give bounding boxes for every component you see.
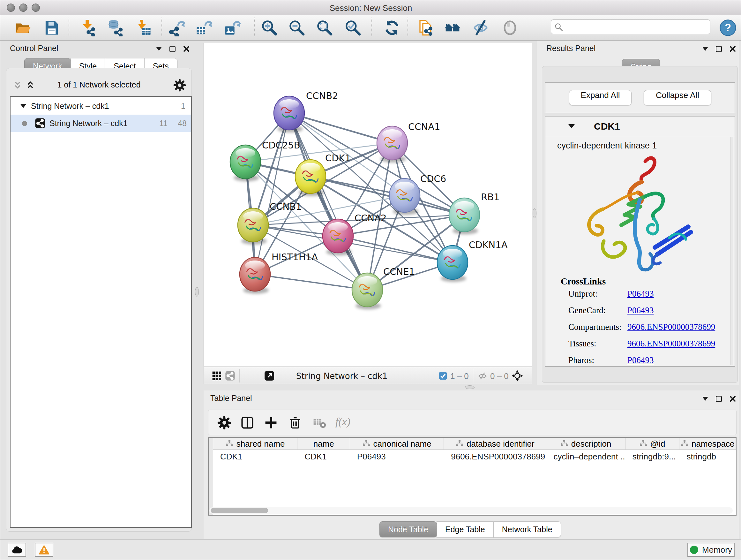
network-node-ccnb2[interactable] bbox=[274, 96, 305, 132]
table-horizontal-scrollbar[interactable] bbox=[209, 507, 733, 514]
crosslink-value-link[interactable]: P06493 bbox=[627, 289, 654, 299]
export-network-icon[interactable] bbox=[168, 19, 185, 37]
float-panel-icon[interactable] bbox=[716, 396, 722, 402]
table-cell[interactable]: stringdb bbox=[679, 450, 736, 463]
import-network-icon[interactable] bbox=[79, 19, 96, 37]
search-input[interactable] bbox=[565, 21, 705, 32]
network-view-canvas[interactable]: CCNB2CCNA1CDC25BCDK1CDC6RB1CCNB1CCNA2CDK… bbox=[204, 43, 532, 367]
crosslink-value-link[interactable]: 9606.ENSP00000378699 bbox=[627, 322, 715, 332]
close-panel-icon[interactable] bbox=[730, 46, 736, 52]
memory-button[interactable]: Memory bbox=[687, 543, 735, 557]
column-header-namespace[interactable]: namespace bbox=[679, 438, 736, 450]
network-edge[interactable] bbox=[289, 113, 392, 143]
network-node-ccne1[interactable] bbox=[352, 273, 383, 309]
network-node-ccna2[interactable] bbox=[323, 219, 353, 255]
network-edge[interactable] bbox=[255, 113, 289, 274]
help-button[interactable]: ? bbox=[719, 19, 737, 37]
vertical-splitter-handle[interactable] bbox=[195, 287, 199, 297]
home-icon[interactable] bbox=[444, 19, 461, 37]
network-edge[interactable] bbox=[338, 236, 453, 262]
column-header-description[interactable]: description bbox=[546, 438, 625, 450]
crosslink-value-link[interactable]: 9606.ENSP00000378699 bbox=[627, 339, 715, 349]
hide-panel-icon[interactable] bbox=[472, 19, 489, 37]
column-header-shared-name[interactable]: shared name bbox=[213, 438, 297, 450]
zoom-out-icon[interactable] bbox=[288, 19, 306, 37]
crosslink-value-link[interactable]: P06493 bbox=[627, 355, 654, 365]
crosslink-value-link[interactable]: P06493 bbox=[627, 306, 654, 315]
section-scrollbar[interactable] bbox=[730, 137, 733, 365]
search-box[interactable] bbox=[551, 19, 711, 34]
import-table-icon[interactable] bbox=[134, 19, 151, 37]
network-options-gear-icon[interactable] bbox=[173, 79, 186, 93]
network-node-cdkn1a[interactable] bbox=[437, 246, 468, 282]
network-node-rb1[interactable] bbox=[449, 198, 480, 234]
network-column-icon bbox=[560, 439, 568, 449]
refresh-icon[interactable] bbox=[383, 19, 401, 37]
scrollbar-thumb[interactable] bbox=[211, 508, 268, 513]
add-column-icon[interactable] bbox=[264, 416, 278, 430]
network-node-ccna1[interactable] bbox=[377, 126, 408, 163]
birdseye-crosshair-icon[interactable] bbox=[511, 370, 523, 383]
column-header--id[interactable]: @id bbox=[625, 438, 680, 450]
column-header-name[interactable]: name bbox=[297, 438, 350, 450]
network-node-cdk1[interactable] bbox=[295, 160, 326, 196]
table-settings-gear-icon[interactable] bbox=[217, 416, 231, 430]
table-cell[interactable]: P06493 bbox=[350, 450, 444, 463]
crosslink-row: Compartments:9606.ENSP00000378699 bbox=[568, 322, 728, 332]
network-tree-row[interactable]: String Network – cdk1 1 bbox=[10, 98, 191, 115]
zoom-selected-icon[interactable] bbox=[344, 19, 361, 37]
grid-view-icon[interactable] bbox=[212, 371, 222, 382]
collapse-panel-icon[interactable] bbox=[702, 47, 708, 51]
results-splitter-handle[interactable] bbox=[533, 208, 536, 218]
collapse-all-button[interactable]: Collapse All bbox=[644, 90, 711, 105]
open-in-new-window-icon[interactable] bbox=[264, 370, 275, 382]
open-folder-icon[interactable] bbox=[14, 19, 31, 37]
zoom-fit-icon[interactable] bbox=[316, 19, 333, 37]
clone-network-icon[interactable] bbox=[417, 19, 434, 37]
save-icon[interactable] bbox=[43, 19, 60, 37]
network-node-cdc25b[interactable] bbox=[230, 145, 261, 181]
export-table-icon[interactable] bbox=[195, 19, 212, 37]
collapse-panel-icon[interactable] bbox=[156, 47, 162, 51]
function-builder-icon[interactable]: f(x) bbox=[335, 416, 350, 428]
network-tree-row[interactable]: String Network – cdk1 11 48 bbox=[10, 115, 191, 132]
node-label: CCNB2 bbox=[306, 90, 338, 101]
float-panel-icon[interactable] bbox=[716, 46, 722, 52]
tab-edge-table[interactable]: Edge Table bbox=[436, 521, 494, 537]
close-panel-icon[interactable] bbox=[183, 46, 190, 52]
show-columns-icon[interactable] bbox=[240, 416, 254, 430]
tab-node-table[interactable]: Node Table bbox=[380, 521, 437, 537]
network-overview-icon[interactable] bbox=[225, 371, 235, 382]
column-header-database-identifier[interactable]: database identifier bbox=[444, 438, 546, 450]
column-header-canonical-name[interactable]: canonical name bbox=[350, 438, 444, 450]
table-cell[interactable]: CDK1 bbox=[297, 450, 350, 463]
tab-network-table[interactable]: Network Table bbox=[493, 521, 561, 537]
import-database-icon[interactable] bbox=[106, 19, 123, 37]
network-node-hist1h1a[interactable] bbox=[240, 257, 270, 294]
table-cell[interactable]: 9606.ENSP00000378699 bbox=[444, 450, 546, 463]
cdk1-section-header[interactable]: CDK1 bbox=[545, 117, 735, 136]
expand-all-button[interactable]: Expand All bbox=[569, 90, 631, 105]
main-toolbar: ? bbox=[0, 15, 741, 41]
tree-expander-icon[interactable] bbox=[20, 104, 26, 108]
float-panel-icon[interactable] bbox=[170, 46, 176, 52]
export-image-icon[interactable] bbox=[224, 19, 241, 37]
network-edge[interactable] bbox=[255, 274, 367, 290]
cloud-status-button[interactable] bbox=[8, 543, 26, 557]
warning-status-button[interactable] bbox=[35, 543, 53, 557]
zoom-in-icon[interactable] bbox=[261, 19, 278, 37]
selected-checkbox-icon[interactable] bbox=[439, 371, 448, 381]
node-count: 11 bbox=[159, 119, 167, 128]
collapse-panel-icon[interactable] bbox=[702, 397, 708, 401]
delete-column-icon[interactable] bbox=[288, 416, 302, 430]
table-row[interactable]: CDK1CDK1P064939606.ENSP00000378699cyclin… bbox=[213, 450, 736, 463]
table-cell[interactable]: CDK1 bbox=[213, 450, 297, 463]
delete-table-icon[interactable] bbox=[313, 416, 327, 430]
network-node-ccnb1[interactable] bbox=[238, 208, 268, 245]
show-panel-icon[interactable] bbox=[501, 19, 519, 37]
close-panel-icon[interactable] bbox=[730, 395, 736, 402]
table-cell[interactable]: stringdb:9... bbox=[625, 450, 680, 463]
table-splitter-handle[interactable] bbox=[465, 385, 475, 389]
section-expander-icon[interactable] bbox=[568, 124, 575, 128]
table-cell[interactable]: cyclin–dependent ... bbox=[546, 450, 625, 463]
